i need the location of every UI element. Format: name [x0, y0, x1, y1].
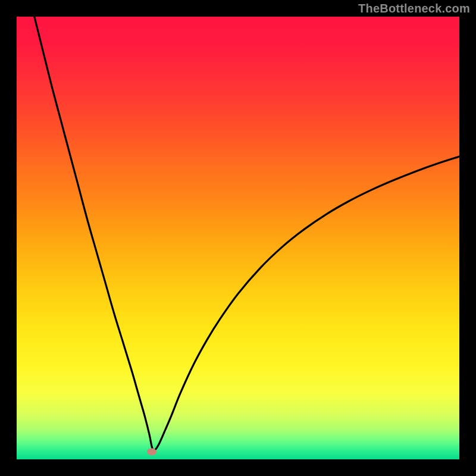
chart-frame: TheBottleneck.com — [0, 0, 476, 476]
curve-layer — [17, 17, 459, 459]
optimum-marker — [147, 448, 156, 455]
watermark-text: TheBottleneck.com — [358, 2, 470, 15]
plot-area — [17, 17, 459, 459]
bottleneck-curve — [35, 17, 459, 450]
